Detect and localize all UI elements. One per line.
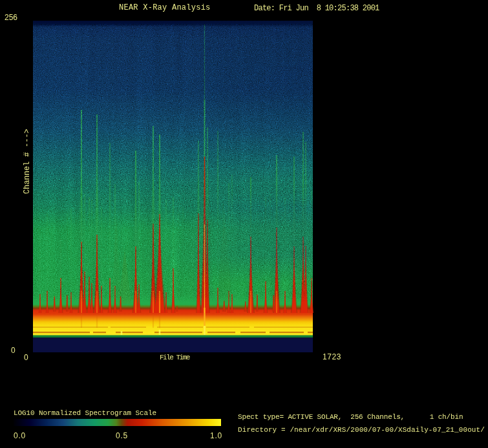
svg-text:Spect type= ACTIVE SOLAR, 256: Spect type= ACTIVE SOLAR, 256 Channels, …: [238, 413, 463, 421]
svg-text:256: 256: [5, 13, 17, 22]
svg-text:1723: 1723: [323, 352, 341, 361]
svg-text:File Time: File Time: [160, 354, 190, 361]
svg-text:NEAR X-Ray Analysis: NEAR X-Ray Analysis: [119, 3, 211, 12]
svg-text:0.5: 0.5: [116, 431, 128, 440]
svg-text:1.0: 1.0: [210, 431, 222, 440]
svg-text:Date: Fri Jun 8 10:25:38 2001: Date: Fri Jun 8 10:25:38 2001: [254, 4, 379, 13]
svg-text:Channel # --->: Channel # --->: [23, 129, 32, 194]
svg-text:0.0: 0.0: [14, 431, 26, 440]
svg-text:LOG10 Normalized Spectrogram S: LOG10 Normalized Spectrogram Scale: [14, 409, 156, 417]
svg-text:Directory = /near/xdr/XRS/2000: Directory = /near/xdr/XRS/2000/07-00/XSd…: [238, 426, 485, 434]
svg-text:0: 0: [24, 353, 28, 362]
svg-text:0: 0: [11, 346, 16, 355]
